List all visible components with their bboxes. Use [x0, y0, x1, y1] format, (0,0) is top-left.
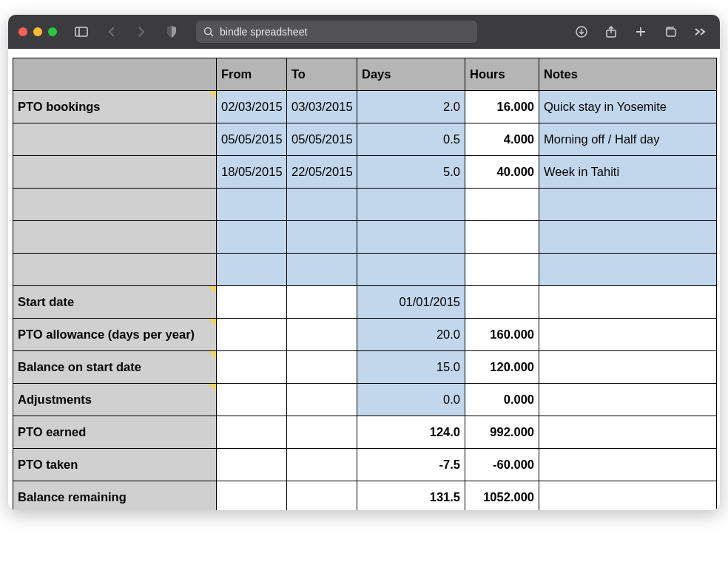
- cell-notes[interactable]: Quick stay in Yosemite: [539, 91, 717, 123]
- spreadsheet-content[interactable]: From To Days Hours Notes PTO bookings 02…: [8, 49, 720, 510]
- cell-notes[interactable]: [539, 221, 717, 254]
- cell-days[interactable]: [357, 189, 465, 221]
- cell[interactable]: [287, 449, 357, 481]
- cell[interactable]: [217, 481, 287, 511]
- cell-blank[interactable]: [13, 123, 217, 156]
- cell-hours[interactable]: 1052.000: [465, 481, 539, 511]
- cell-blank[interactable]: [13, 254, 217, 286]
- cell[interactable]: [539, 416, 717, 449]
- address-search-input[interactable]: [220, 26, 470, 38]
- cell-from[interactable]: [217, 189, 287, 221]
- cell[interactable]: [287, 416, 357, 449]
- close-window-button[interactable]: [18, 27, 27, 36]
- cell[interactable]: [217, 319, 287, 351]
- cell-hours[interactable]: 16.000: [465, 91, 539, 123]
- cell-from[interactable]: 18/05/2015: [217, 156, 287, 189]
- cell-notes[interactable]: [539, 189, 717, 221]
- overflow-icon[interactable]: [690, 22, 710, 41]
- share-icon[interactable]: [601, 22, 621, 41]
- cell[interactable]: [287, 384, 357, 416]
- address-search-field[interactable]: [196, 21, 477, 43]
- minimize-window-button[interactable]: [33, 27, 42, 36]
- cell-hours[interactable]: 4.000: [465, 123, 539, 156]
- cell-days[interactable]: 2.0: [357, 91, 465, 123]
- new-tab-icon[interactable]: [631, 22, 650, 41]
- cell[interactable]: [217, 449, 287, 481]
- downloads-icon[interactable]: [572, 22, 591, 41]
- cell-notes[interactable]: [539, 254, 717, 286]
- cell-days[interactable]: 131.5: [357, 481, 465, 511]
- label-balance-start[interactable]: Balance on start date: [13, 351, 217, 384]
- cell-to[interactable]: 22/05/2015: [287, 156, 357, 189]
- header-hours[interactable]: Hours: [465, 58, 539, 91]
- cell-to[interactable]: 05/05/2015: [287, 123, 357, 156]
- cell-hours[interactable]: [465, 286, 539, 319]
- cell-from[interactable]: [217, 221, 287, 254]
- cell-days[interactable]: 5.0: [357, 156, 465, 189]
- cell-from[interactable]: 02/03/2015: [217, 91, 287, 123]
- header-from[interactable]: From: [217, 58, 287, 91]
- label-adjustments[interactable]: Adjustments: [13, 384, 217, 416]
- cell[interactable]: [539, 286, 717, 319]
- header-notes[interactable]: Notes: [539, 58, 717, 91]
- cell-days[interactable]: 0.0: [357, 384, 465, 416]
- zoom-window-button[interactable]: [48, 27, 57, 36]
- cell[interactable]: [287, 351, 357, 384]
- cell-to[interactable]: 03/03/2015: [287, 91, 357, 123]
- cell[interactable]: [217, 416, 287, 449]
- cell[interactable]: [539, 449, 717, 481]
- cell-hours[interactable]: -60.000: [465, 449, 539, 481]
- cell-days[interactable]: [357, 254, 465, 286]
- cell-days[interactable]: 15.0: [357, 351, 465, 384]
- tabs-overview-icon[interactable]: [661, 22, 680, 41]
- label-pto-taken[interactable]: PTO taken: [13, 449, 217, 481]
- cell-days[interactable]: 01/01/2015: [357, 286, 465, 319]
- back-button[interactable]: [103, 22, 122, 41]
- header-blank[interactable]: [13, 58, 217, 91]
- cell[interactable]: [287, 286, 357, 319]
- cell-from[interactable]: [217, 254, 287, 286]
- cell-days[interactable]: -7.5: [357, 449, 465, 481]
- cell-notes[interactable]: Morning off / Half day: [539, 123, 717, 156]
- sidebar-toggle-icon[interactable]: [72, 22, 91, 41]
- cell[interactable]: [287, 319, 357, 351]
- cell[interactable]: [539, 319, 717, 351]
- cell-blank[interactable]: [13, 189, 217, 221]
- shield-privacy-icon[interactable]: [162, 22, 181, 41]
- pto-spreadsheet[interactable]: From To Days Hours Notes PTO bookings 02…: [13, 58, 717, 510]
- cell[interactable]: [217, 351, 287, 384]
- label-balance-remaining[interactable]: Balance remaining: [13, 481, 217, 511]
- cell-hours[interactable]: 992.000: [465, 416, 539, 449]
- cell-hours[interactable]: 160.000: [465, 319, 539, 351]
- cell[interactable]: [287, 481, 357, 511]
- cell-hours[interactable]: 120.000: [465, 351, 539, 384]
- header-days[interactable]: Days: [357, 58, 465, 91]
- cell-days[interactable]: 0.5: [357, 123, 465, 156]
- cell-hours[interactable]: 0.000: [465, 384, 539, 416]
- cell-days[interactable]: [357, 221, 465, 254]
- pto-bookings-label[interactable]: PTO bookings: [13, 91, 217, 123]
- forward-button[interactable]: [131, 22, 150, 41]
- cell-to[interactable]: [287, 254, 357, 286]
- cell-hours[interactable]: [465, 254, 539, 286]
- cell-days[interactable]: 20.0: [357, 319, 465, 351]
- cell-blank[interactable]: [13, 221, 217, 254]
- cell[interactable]: [217, 384, 287, 416]
- cell-to[interactable]: [287, 221, 357, 254]
- cell[interactable]: [539, 384, 717, 416]
- cell-days[interactable]: 124.0: [357, 416, 465, 449]
- cell-notes[interactable]: Week in Tahiti: [539, 156, 717, 189]
- cell-from[interactable]: 05/05/2015: [217, 123, 287, 156]
- label-pto-allowance[interactable]: PTO allowance (days per year): [13, 319, 217, 351]
- cell-hours[interactable]: [465, 189, 539, 221]
- cell-hours[interactable]: [465, 221, 539, 254]
- cell-blank[interactable]: [13, 156, 217, 189]
- cell-hours[interactable]: 40.000: [465, 156, 539, 189]
- cell-to[interactable]: [287, 189, 357, 221]
- cell[interactable]: [217, 286, 287, 319]
- label-start-date[interactable]: Start date: [13, 286, 217, 319]
- cell[interactable]: [539, 351, 717, 384]
- cell[interactable]: [539, 481, 717, 511]
- label-pto-earned[interactable]: PTO earned: [13, 416, 217, 449]
- header-to[interactable]: To: [287, 58, 357, 91]
